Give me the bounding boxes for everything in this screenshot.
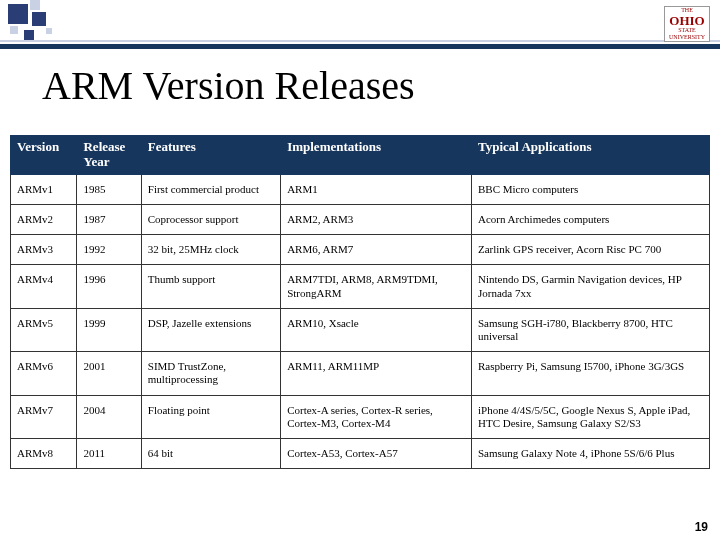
cell-year: 1987 [77, 205, 141, 235]
cell-features: 64 bit [141, 438, 280, 468]
table-row: ARMv8201164 bitCortex-A53, Cortex-A57Sam… [11, 438, 710, 468]
slide-header: THE OHIO STATE UNIVERSITY [0, 0, 720, 50]
cell-impl: ARM11, ARM11MP [281, 352, 472, 395]
cell-apps: Nintendo DS, Garmin Navigation devices, … [471, 265, 709, 308]
cell-apps: BBC Micro computers [471, 174, 709, 204]
cell-version: ARMv6 [11, 352, 77, 395]
cell-features: Coprocessor support [141, 205, 280, 235]
cell-version: ARMv5 [11, 308, 77, 351]
page-number: 19 [695, 520, 708, 534]
logo-line4: UNIVERSITY [667, 34, 707, 41]
cell-impl: ARM1 [281, 174, 472, 204]
cell-features: SIMD TrustZone, multiprocessing [141, 352, 280, 395]
table-container: Version Release Year Features Implementa… [10, 135, 710, 469]
table-row: ARMv21987Coprocessor supportARM2, ARM3Ac… [11, 205, 710, 235]
cell-apps: iPhone 4/4S/5/5C, Google Nexus S, Apple … [471, 395, 709, 438]
col-release-year: Release Year [77, 136, 141, 175]
arm-releases-table: Version Release Year Features Implementa… [10, 135, 710, 469]
table-header-row: Version Release Year Features Implementa… [11, 136, 710, 175]
cell-impl: ARM2, ARM3 [281, 205, 472, 235]
cell-year: 2001 [77, 352, 141, 395]
table-row: ARMv41996Thumb supportARM7TDI, ARM8, ARM… [11, 265, 710, 308]
cell-version: ARMv1 [11, 174, 77, 204]
logo-line2: OHIO [667, 14, 707, 27]
ohio-state-logo: THE OHIO STATE UNIVERSITY [664, 6, 710, 42]
logo-line3: STATE [667, 27, 707, 34]
cell-year: 2004 [77, 395, 141, 438]
cell-version: ARMv7 [11, 395, 77, 438]
table-row: ARMv11985First commercial productARM1BBC… [11, 174, 710, 204]
cell-apps: Samsung SGH-i780, Blackberry 8700, HTC u… [471, 308, 709, 351]
table-row: ARMv3199232 bit, 25MHz clockARM6, ARM7Za… [11, 235, 710, 265]
cell-year: 2011 [77, 438, 141, 468]
cell-impl: ARM6, ARM7 [281, 235, 472, 265]
cell-year: 1992 [77, 235, 141, 265]
col-version: Version [11, 136, 77, 175]
cell-features: First commercial product [141, 174, 280, 204]
cell-impl: Cortex-A53, Cortex-A57 [281, 438, 472, 468]
cell-year: 1996 [77, 265, 141, 308]
cell-apps: Zarlink GPS receiver, Acorn Risc PC 700 [471, 235, 709, 265]
cell-apps: Acorn Archimedes computers [471, 205, 709, 235]
cell-version: ARMv3 [11, 235, 77, 265]
cell-impl: ARM10, Xsacle [281, 308, 472, 351]
cell-impl: Cortex-A series, Cortex-R series, Cortex… [281, 395, 472, 438]
corner-squares-icon [0, 0, 120, 40]
table-row: ARMv72004Floating pointCortex-A series, … [11, 395, 710, 438]
col-implementations: Implementations [281, 136, 472, 175]
cell-features: Floating point [141, 395, 280, 438]
cell-apps: Raspberry Pi, Samsung I5700, iPhone 3G/3… [471, 352, 709, 395]
col-applications: Typical Applications [471, 136, 709, 175]
header-rule-light [0, 40, 720, 42]
header-rule-dark [0, 44, 720, 49]
cell-impl: ARM7TDI, ARM8, ARM9TDMI, StrongARM [281, 265, 472, 308]
cell-year: 1985 [77, 174, 141, 204]
cell-features: 32 bit, 25MHz clock [141, 235, 280, 265]
table-row: ARMv62001SIMD TrustZone, multiprocessing… [11, 352, 710, 395]
cell-version: ARMv4 [11, 265, 77, 308]
cell-features: DSP, Jazelle extensions [141, 308, 280, 351]
table-row: ARMv51999DSP, Jazelle extensionsARM10, X… [11, 308, 710, 351]
slide: THE OHIO STATE UNIVERSITY ARM Version Re… [0, 0, 720, 540]
cell-version: ARMv8 [11, 438, 77, 468]
cell-version: ARMv2 [11, 205, 77, 235]
cell-features: Thumb support [141, 265, 280, 308]
cell-year: 1999 [77, 308, 141, 351]
page-title: ARM Version Releases [42, 62, 415, 109]
col-features: Features [141, 136, 280, 175]
cell-apps: Samsung Galaxy Note 4, iPhone 5S/6/6 Plu… [471, 438, 709, 468]
